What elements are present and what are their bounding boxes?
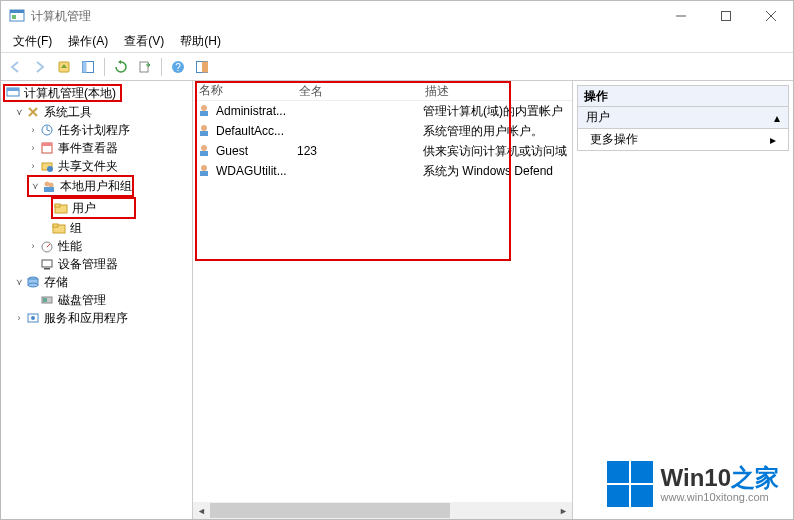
expander-icon[interactable]: ⋎	[29, 181, 41, 191]
tree-users[interactable]: 用户	[53, 199, 134, 217]
list-row[interactable]: WDAGUtilit...系统为 Windows Defend	[193, 161, 572, 181]
tree-label: 用户	[72, 200, 96, 217]
svg-point-21	[47, 166, 53, 172]
tree-storage[interactable]: ⋎ 存储	[13, 273, 190, 291]
back-button[interactable]	[5, 56, 27, 78]
services-icon	[25, 310, 41, 326]
tree-event-viewer[interactable]: › 事件查看器	[27, 139, 190, 157]
scroll-right-icon[interactable]: ►	[555, 502, 572, 519]
actions-panel: 操作 用户 ▴ 更多操作 ▸	[573, 81, 793, 519]
cell-desc: 系统为 Windows Defend	[419, 163, 572, 180]
event-icon	[39, 140, 55, 156]
svg-point-39	[201, 105, 207, 111]
tree-task-scheduler[interactable]: › 任务计划程序	[27, 121, 190, 139]
watermark-text2: 之家	[731, 464, 779, 491]
svg-rect-19	[42, 143, 52, 146]
scroll-left-icon[interactable]: ◄	[193, 502, 210, 519]
share-icon	[39, 158, 55, 174]
tree-services[interactable]: › 服务和应用程序	[13, 309, 190, 327]
refresh-button[interactable]	[110, 56, 132, 78]
col-fullname[interactable]: 全名	[293, 81, 419, 100]
tree-root[interactable]: 计算机管理(本地)	[3, 84, 122, 102]
tree-label: 设备管理器	[58, 256, 118, 273]
show-hide-tree-button[interactable]	[77, 56, 99, 78]
list-row[interactable]: Administrat...管理计算机(域)的内置帐户	[193, 101, 572, 121]
forward-button[interactable]	[29, 56, 51, 78]
tree-groups[interactable]: 组	[51, 219, 190, 237]
svg-rect-42	[200, 131, 208, 136]
tree-panel: 计算机管理(本地) ⋎ 系统工具 › 任务计划程序 › 事件查看器 › 共享文件…	[1, 81, 193, 519]
svg-rect-28	[53, 224, 58, 227]
col-desc[interactable]: 描述	[419, 81, 572, 100]
properties-button[interactable]	[191, 56, 213, 78]
menubar: 文件(F) 操作(A) 查看(V) 帮助(H)	[1, 31, 793, 53]
list-row[interactable]: DefaultAcc...系统管理的用户帐户。	[193, 121, 572, 141]
disk-icon	[39, 292, 55, 308]
svg-rect-31	[44, 268, 50, 270]
tree-label: 本地用户和组	[60, 178, 132, 195]
close-button[interactable]	[748, 1, 793, 31]
tree-system-tools[interactable]: ⋎ 系统工具	[13, 103, 190, 121]
svg-rect-1	[10, 10, 24, 13]
list-row[interactable]: Guest123供来宾访问计算机或访问域	[193, 141, 572, 161]
tree-performance[interactable]: › 性能	[27, 237, 190, 255]
svg-rect-10	[140, 62, 148, 72]
expander-icon[interactable]: ›	[27, 125, 39, 135]
actions-title: 操作	[577, 85, 789, 107]
tree-label: 磁盘管理	[58, 292, 106, 309]
minimize-button[interactable]	[658, 1, 703, 31]
cell-name: DefaultAcc...	[216, 124, 284, 138]
cell-name: Administrat...	[216, 104, 286, 118]
menu-view[interactable]: 查看(V)	[116, 31, 172, 52]
cell-desc: 供来宾访问计算机或访问域	[419, 143, 572, 160]
tree-root-label: 计算机管理(本地)	[24, 85, 116, 102]
device-icon	[39, 256, 55, 272]
svg-point-43	[201, 145, 207, 151]
actions-section[interactable]: 用户 ▴	[577, 107, 789, 129]
scheduler-icon	[39, 122, 55, 138]
tree-device-manager[interactable]: 设备管理器	[39, 255, 190, 273]
tree-label: 存储	[44, 274, 68, 291]
tree-shared-folders[interactable]: › 共享文件夹	[27, 157, 190, 175]
maximize-button[interactable]	[703, 1, 748, 31]
tree-local-users-groups[interactable]: ⋎ 本地用户和组	[29, 177, 132, 195]
actions-section-label: 用户	[586, 109, 610, 126]
chevron-right-icon: ▸	[770, 133, 776, 147]
expander-icon[interactable]: ›	[27, 143, 39, 153]
svg-rect-36	[43, 298, 47, 302]
menu-file[interactable]: 文件(F)	[5, 31, 60, 52]
svg-rect-4	[721, 12, 730, 21]
computer-icon	[5, 85, 21, 101]
list-header: 名称 全名 描述	[193, 81, 572, 101]
toolbar: ?	[1, 53, 793, 81]
horizontal-scrollbar[interactable]: ◄ ►	[193, 502, 572, 519]
expander-icon[interactable]: ⋎	[13, 277, 25, 287]
cell-desc: 系统管理的用户帐户。	[419, 123, 572, 140]
svg-rect-16	[7, 88, 19, 91]
up-button[interactable]	[53, 56, 75, 78]
folder-icon	[53, 200, 69, 216]
cell-desc: 管理计算机(域)的内置帐户	[419, 103, 572, 120]
scroll-thumb[interactable]	[210, 503, 450, 518]
watermark-text1: Win10	[661, 464, 731, 491]
expander-icon[interactable]: ›	[27, 161, 39, 171]
expander-icon[interactable]: ⋎	[13, 107, 25, 117]
list-panel: 名称 全名 描述 Administrat...管理计算机(域)的内置帐户Defa…	[193, 81, 573, 519]
svg-point-23	[49, 183, 54, 188]
svg-point-34	[28, 283, 38, 287]
col-name[interactable]: 名称	[193, 81, 293, 100]
actions-more[interactable]: 更多操作 ▸	[577, 129, 789, 151]
storage-icon	[25, 274, 41, 290]
svg-rect-46	[200, 171, 208, 176]
export-button[interactable]	[134, 56, 156, 78]
help-button[interactable]: ?	[167, 56, 189, 78]
expander-icon[interactable]: ›	[13, 313, 25, 323]
svg-rect-30	[42, 260, 52, 267]
menu-action[interactable]: 操作(A)	[60, 31, 116, 52]
svg-rect-9	[83, 61, 87, 72]
expander-icon[interactable]: ›	[27, 241, 39, 251]
menu-help[interactable]: 帮助(H)	[172, 31, 229, 52]
cell-name: WDAGUtilit...	[216, 164, 287, 178]
tree-disk-mgmt[interactable]: 磁盘管理	[39, 291, 190, 309]
svg-rect-40	[200, 111, 208, 116]
